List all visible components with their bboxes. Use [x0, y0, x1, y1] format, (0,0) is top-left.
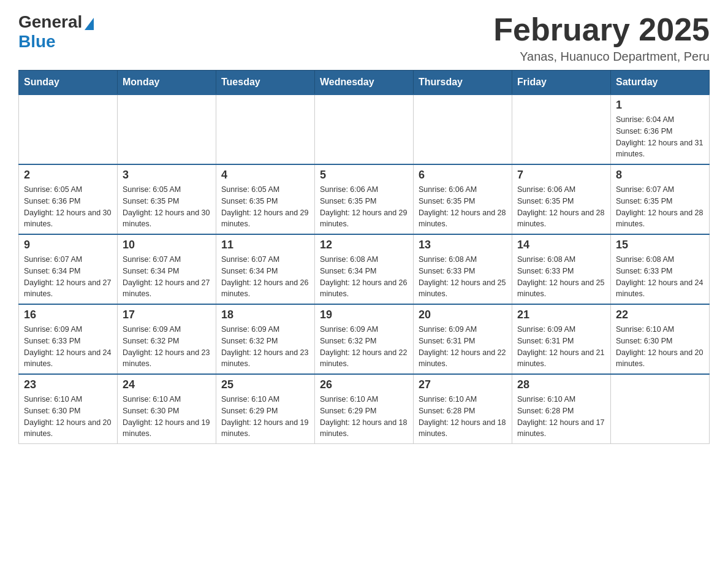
calendar-day-cell: 4Sunrise: 6:05 AMSunset: 6:35 PMDaylight…	[216, 164, 315, 234]
day-number: 27	[419, 378, 507, 391]
calendar-day-cell	[216, 94, 315, 164]
calendar-header-row: SundayMondayTuesdayWednesdayThursdayFrid…	[19, 71, 710, 95]
day-number: 6	[419, 169, 507, 182]
calendar-day-cell: 23Sunrise: 6:10 AMSunset: 6:30 PMDayligh…	[19, 374, 118, 444]
day-info: Sunrise: 6:05 AMSunset: 6:35 PMDaylight:…	[123, 184, 211, 230]
day-number: 7	[517, 169, 605, 182]
calendar-day-cell	[315, 94, 414, 164]
calendar-day-cell: 5Sunrise: 6:06 AMSunset: 6:35 PMDaylight…	[315, 164, 414, 234]
day-number: 14	[517, 239, 605, 251]
day-info: Sunrise: 6:08 AMSunset: 6:33 PMDaylight:…	[616, 254, 704, 300]
calendar-day-cell: 21Sunrise: 6:09 AMSunset: 6:31 PMDayligh…	[512, 304, 611, 374]
calendar-day-cell: 10Sunrise: 6:07 AMSunset: 6:34 PMDayligh…	[118, 234, 216, 304]
day-number: 8	[616, 169, 704, 182]
day-info: Sunrise: 6:10 AMSunset: 6:30 PMDaylight:…	[616, 324, 704, 370]
calendar-day-cell	[611, 374, 710, 444]
day-number: 3	[123, 169, 211, 182]
logo-blue-label: Blue	[18, 32, 56, 51]
day-info: Sunrise: 6:05 AMSunset: 6:35 PMDaylight:…	[221, 184, 309, 230]
day-number: 12	[320, 239, 408, 251]
calendar-day-cell: 25Sunrise: 6:10 AMSunset: 6:29 PMDayligh…	[216, 374, 315, 444]
calendar-day-cell: 14Sunrise: 6:08 AMSunset: 6:33 PMDayligh…	[512, 234, 611, 304]
title-section: February 2025 Yanas, Huanuco Department,…	[493, 12, 710, 64]
day-number: 5	[320, 169, 408, 182]
calendar-header-wednesday: Wednesday	[315, 71, 414, 95]
day-info: Sunrise: 6:07 AMSunset: 6:35 PMDaylight:…	[616, 184, 704, 230]
month-title: February 2025	[493, 12, 710, 47]
day-number: 26	[320, 378, 408, 391]
calendar-day-cell: 27Sunrise: 6:10 AMSunset: 6:28 PMDayligh…	[414, 374, 512, 444]
day-number: 10	[123, 239, 211, 251]
calendar-week-row: 2Sunrise: 6:05 AMSunset: 6:36 PMDaylight…	[19, 164, 710, 234]
logo-arrow-shape	[85, 18, 94, 30]
day-info: Sunrise: 6:06 AMSunset: 6:35 PMDaylight:…	[320, 184, 408, 230]
day-info: Sunrise: 6:08 AMSunset: 6:34 PMDaylight:…	[320, 254, 408, 300]
day-number: 16	[24, 308, 112, 321]
day-info: Sunrise: 6:06 AMSunset: 6:35 PMDaylight:…	[419, 184, 507, 230]
day-number: 19	[320, 308, 408, 321]
logo-general-label: General	[18, 12, 82, 31]
day-number: 21	[517, 308, 605, 321]
calendar-header-sunday: Sunday	[19, 71, 118, 95]
day-info: Sunrise: 6:10 AMSunset: 6:30 PMDaylight:…	[24, 394, 112, 440]
day-info: Sunrise: 6:04 AMSunset: 6:36 PMDaylight:…	[616, 114, 704, 160]
calendar-day-cell: 6Sunrise: 6:06 AMSunset: 6:35 PMDaylight…	[414, 164, 512, 234]
calendar-day-cell	[19, 94, 118, 164]
day-number: 22	[616, 308, 704, 321]
day-number: 18	[221, 308, 309, 321]
day-number: 11	[221, 239, 309, 251]
day-info: Sunrise: 6:10 AMSunset: 6:28 PMDaylight:…	[419, 394, 507, 440]
calendar-table: SundayMondayTuesdayWednesdayThursdayFrid…	[18, 70, 710, 444]
day-number: 23	[24, 378, 112, 391]
day-info: Sunrise: 6:09 AMSunset: 6:33 PMDaylight:…	[24, 324, 112, 370]
calendar-day-cell: 13Sunrise: 6:08 AMSunset: 6:33 PMDayligh…	[414, 234, 512, 304]
calendar-header-tuesday: Tuesday	[216, 71, 315, 95]
day-number: 25	[221, 378, 309, 391]
calendar-day-cell: 15Sunrise: 6:08 AMSunset: 6:33 PMDayligh…	[611, 234, 710, 304]
day-info: Sunrise: 6:09 AMSunset: 6:32 PMDaylight:…	[221, 324, 309, 370]
calendar-day-cell: 20Sunrise: 6:09 AMSunset: 6:31 PMDayligh…	[414, 304, 512, 374]
location-text: Yanas, Huanuco Department, Peru	[493, 50, 710, 64]
calendar-day-cell	[118, 94, 216, 164]
page-header: General Blue February 2025 Yanas, Huanuc…	[18, 12, 710, 64]
calendar-week-row: 23Sunrise: 6:10 AMSunset: 6:30 PMDayligh…	[19, 374, 710, 444]
day-info: Sunrise: 6:10 AMSunset: 6:29 PMDaylight:…	[221, 394, 309, 440]
calendar-day-cell: 9Sunrise: 6:07 AMSunset: 6:34 PMDaylight…	[19, 234, 118, 304]
day-info: Sunrise: 6:09 AMSunset: 6:31 PMDaylight:…	[419, 324, 507, 370]
day-info: Sunrise: 6:09 AMSunset: 6:32 PMDaylight:…	[320, 324, 408, 370]
day-number: 1	[616, 99, 704, 112]
calendar-day-cell: 24Sunrise: 6:10 AMSunset: 6:30 PMDayligh…	[118, 374, 216, 444]
calendar-day-cell	[512, 94, 611, 164]
calendar-week-row: 16Sunrise: 6:09 AMSunset: 6:33 PMDayligh…	[19, 304, 710, 374]
day-info: Sunrise: 6:08 AMSunset: 6:33 PMDaylight:…	[517, 254, 605, 300]
calendar-day-cell: 17Sunrise: 6:09 AMSunset: 6:32 PMDayligh…	[118, 304, 216, 374]
day-info: Sunrise: 6:07 AMSunset: 6:34 PMDaylight:…	[123, 254, 211, 300]
day-info: Sunrise: 6:10 AMSunset: 6:29 PMDaylight:…	[320, 394, 408, 440]
day-number: 20	[419, 308, 507, 321]
day-number: 2	[24, 169, 112, 182]
calendar-header-monday: Monday	[118, 71, 216, 95]
day-number: 17	[123, 308, 211, 321]
calendar-day-cell: 8Sunrise: 6:07 AMSunset: 6:35 PMDaylight…	[611, 164, 710, 234]
calendar-week-row: 1Sunrise: 6:04 AMSunset: 6:36 PMDaylight…	[19, 94, 710, 164]
calendar-day-cell: 12Sunrise: 6:08 AMSunset: 6:34 PMDayligh…	[315, 234, 414, 304]
calendar-day-cell: 22Sunrise: 6:10 AMSunset: 6:30 PMDayligh…	[611, 304, 710, 374]
day-info: Sunrise: 6:10 AMSunset: 6:30 PMDaylight:…	[123, 394, 211, 440]
calendar-day-cell: 1Sunrise: 6:04 AMSunset: 6:36 PMDaylight…	[611, 94, 710, 164]
day-info: Sunrise: 6:05 AMSunset: 6:36 PMDaylight:…	[24, 184, 112, 230]
logo: General Blue	[18, 12, 94, 52]
day-info: Sunrise: 6:09 AMSunset: 6:31 PMDaylight:…	[517, 324, 605, 370]
calendar-day-cell: 16Sunrise: 6:09 AMSunset: 6:33 PMDayligh…	[19, 304, 118, 374]
logo-blue-row: Blue	[18, 32, 56, 52]
day-info: Sunrise: 6:07 AMSunset: 6:34 PMDaylight:…	[24, 254, 112, 300]
calendar-header-thursday: Thursday	[414, 71, 512, 95]
calendar-day-cell: 11Sunrise: 6:07 AMSunset: 6:34 PMDayligh…	[216, 234, 315, 304]
day-number: 9	[24, 239, 112, 251]
day-number: 4	[221, 169, 309, 182]
day-info: Sunrise: 6:10 AMSunset: 6:28 PMDaylight:…	[517, 394, 605, 440]
calendar-day-cell: 3Sunrise: 6:05 AMSunset: 6:35 PMDaylight…	[118, 164, 216, 234]
calendar-day-cell: 26Sunrise: 6:10 AMSunset: 6:29 PMDayligh…	[315, 374, 414, 444]
calendar-day-cell: 2Sunrise: 6:05 AMSunset: 6:36 PMDaylight…	[19, 164, 118, 234]
calendar-header-friday: Friday	[512, 71, 611, 95]
calendar-day-cell: 28Sunrise: 6:10 AMSunset: 6:28 PMDayligh…	[512, 374, 611, 444]
